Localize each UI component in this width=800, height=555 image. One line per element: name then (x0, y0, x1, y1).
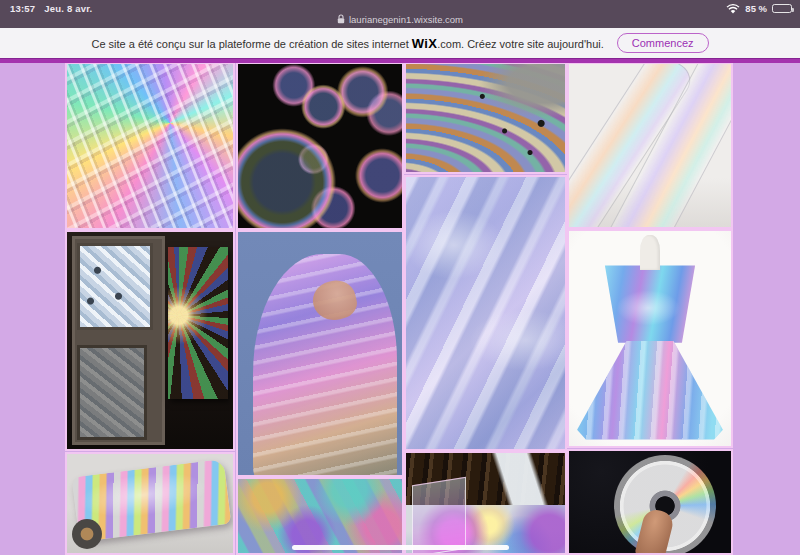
gallery-image-prism-window[interactable] (65, 230, 235, 451)
gallery-image-foil-roll[interactable] (65, 452, 235, 555)
gallery-image-soap-bubbles[interactable] (236, 62, 404, 230)
window-upper-pane (77, 243, 153, 330)
banner-message: Ce site a été conçu sur la plateforme de… (91, 36, 603, 51)
gallery-image-iridescent-cd[interactable] (567, 449, 733, 555)
banner-text-before: Ce site a été conçu sur la plateforme de… (91, 38, 408, 50)
gallery-image-veiled-portrait[interactable] (236, 230, 404, 477)
status-bar: 13:57 Jeu. 8 avr. laurianegenin1.wixsite… (0, 0, 800, 28)
rainbow-burst-panel (168, 247, 228, 399)
wix-logo: WiX (412, 36, 437, 51)
lock-icon (337, 14, 345, 24)
wifi-icon (726, 4, 740, 14)
status-right: 85 % (726, 3, 792, 14)
gallery-image-oil-slick[interactable] (404, 62, 567, 174)
home-indicator[interactable] (292, 545, 509, 550)
battery-nub (792, 8, 794, 12)
url-text: laurianegenin1.wixsite.com (349, 14, 463, 25)
screen: 13:57 Jeu. 8 avr. laurianegenin1.wixsite… (0, 0, 800, 555)
gallery-image-holographic-fabric[interactable] (404, 175, 567, 451)
gallery-image-holographic-foil[interactable] (65, 62, 235, 230)
gallery-image-dichroic-installation[interactable] (404, 451, 567, 555)
mannequin-neck (640, 235, 659, 269)
gallery-image-film-rolls[interactable] (567, 62, 733, 229)
banner-divider (0, 58, 800, 63)
commencez-button[interactable]: Commencez (617, 33, 709, 53)
url-bar[interactable]: laurianegenin1.wixsite.com (0, 12, 800, 26)
battery-icon (772, 4, 792, 13)
battery-percent: 85 % (745, 3, 767, 14)
banner-text-after: .com. Créez votre site aujourd'hui. (437, 38, 604, 50)
window-lower-pane (77, 345, 147, 440)
gallery-image-holographic-dress[interactable] (567, 229, 733, 448)
gallery-image-marbled-swirls[interactable] (236, 477, 404, 555)
wix-banner: Ce site a été conçu sur la plateforme de… (0, 28, 800, 58)
